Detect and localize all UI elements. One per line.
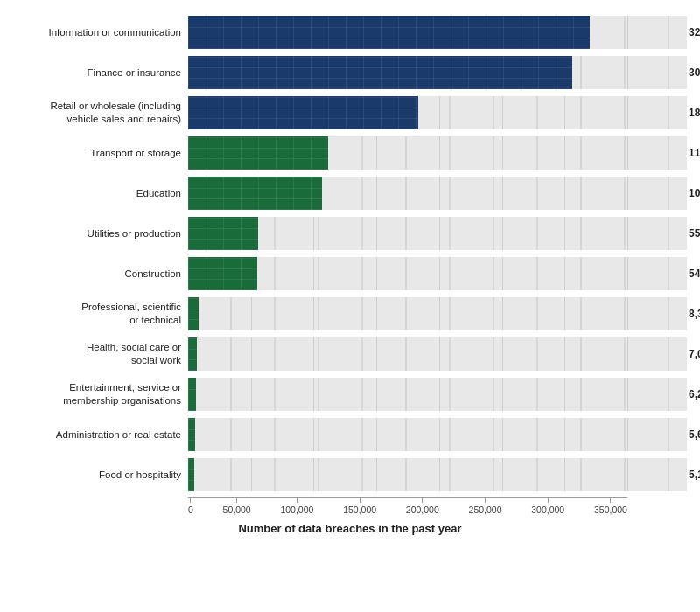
bar-value: 111,654 xyxy=(689,147,700,159)
bar-row: Finance or insurance305,785 xyxy=(13,53,687,92)
bar-fill xyxy=(188,418,195,451)
x-tick-label: 250,000 xyxy=(469,504,502,515)
bar-track-wrapper: 305,785 xyxy=(188,56,687,89)
bar-track-wrapper: 5,176 xyxy=(188,458,687,491)
x-tick-label: 100,000 xyxy=(280,504,313,515)
x-tick-label: 350,000 xyxy=(594,504,627,515)
x-tick-line xyxy=(297,498,298,503)
bar-row: Retail or wholesale (includingvehicle sa… xyxy=(13,94,687,132)
x-tick-line xyxy=(422,498,423,503)
bar-track: 55,862 xyxy=(188,217,687,250)
bar-fill xyxy=(188,378,196,411)
x-tick-line xyxy=(548,498,549,503)
x-tick: 200,000 xyxy=(406,498,439,515)
bar-fill xyxy=(188,177,322,210)
x-tick-line xyxy=(236,498,237,503)
bar-fill xyxy=(188,136,328,170)
bar-fill xyxy=(188,217,258,250)
x-tick-line xyxy=(485,498,486,503)
x-tick-line xyxy=(360,498,360,503)
bar-track-wrapper: 54,847 xyxy=(188,257,687,290)
bar-label: Information or communication xyxy=(13,26,188,39)
x-tick: 50,000 xyxy=(223,498,251,515)
bar-fill xyxy=(188,458,194,491)
x-axis-title: Number of data breaches in the past year xyxy=(13,522,687,535)
bar-value: 8,370 xyxy=(689,308,700,320)
bar-row: Education106,365 xyxy=(13,174,687,212)
bar-row: Health, social care orsocial work7,010 xyxy=(13,335,687,373)
bar-value: 305,785 xyxy=(689,66,700,79)
x-tick: 150,000 xyxy=(343,498,376,515)
x-axis-ticks: 050,000100,000150,000200,000250,000300,0… xyxy=(188,497,627,515)
bar-fill xyxy=(188,297,199,330)
bar-value: 5,176 xyxy=(689,469,700,481)
x-tick: 100,000 xyxy=(280,498,313,515)
bar-label: Health, social care orsocial work xyxy=(13,341,188,367)
bar-track: 111,654 xyxy=(188,136,687,170)
x-tick-label: 150,000 xyxy=(343,504,376,515)
bar-row: Professional, scientificor technical8,37… xyxy=(13,295,687,333)
x-tick: 250,000 xyxy=(469,498,502,515)
bar-label: Utilities or production xyxy=(13,227,188,240)
bar-track: 5,176 xyxy=(188,458,687,491)
bar-label: Administration or real estate xyxy=(13,428,188,442)
x-tick-line xyxy=(610,498,611,503)
bar-value: 6,238 xyxy=(689,388,700,400)
bar-track-wrapper: 320,060 xyxy=(188,16,687,49)
bar-track-wrapper: 111,654 xyxy=(188,136,687,170)
bar-value: 55,862 xyxy=(689,227,700,240)
bar-label: Entertainment, service ormembership orga… xyxy=(13,381,188,407)
bars-area: Information or communication320,060Finan… xyxy=(13,13,687,494)
bar-label: Food or hospitality xyxy=(13,469,188,482)
bar-track: 5,674 xyxy=(188,418,687,451)
bar-track: 320,060 xyxy=(188,16,687,49)
bar-value: 7,010 xyxy=(689,348,700,360)
bar-track-wrapper: 7,010 xyxy=(188,337,687,371)
bar-track: 106,365 xyxy=(188,177,687,210)
bar-fill xyxy=(188,56,572,89)
x-tick-line xyxy=(190,498,191,503)
bar-label: Retail or wholesale (includingvehicle sa… xyxy=(13,100,188,126)
bar-row: Information or communication320,060 xyxy=(13,13,687,52)
bar-fill xyxy=(188,16,590,49)
bar-label: Education xyxy=(13,187,188,200)
bar-value: 106,365 xyxy=(689,187,700,199)
bar-track-wrapper: 55,862 xyxy=(188,217,687,250)
bar-track-wrapper: 6,238 xyxy=(188,378,687,411)
x-tick-label: 300,000 xyxy=(531,504,564,515)
bar-value: 320,060 xyxy=(689,26,700,38)
bar-track-wrapper: 183,500 xyxy=(188,96,687,129)
x-tick-label: 200,000 xyxy=(406,504,439,515)
bar-value: 5,674 xyxy=(689,428,700,441)
bar-track: 8,370 xyxy=(188,297,687,330)
bar-fill xyxy=(188,337,197,371)
x-axis: 050,000100,000150,000200,000250,000300,0… xyxy=(188,497,687,515)
chart-container: Information or communication320,060Finan… xyxy=(4,4,696,608)
x-tick: 300,000 xyxy=(531,498,564,515)
bar-label: Finance or insurance xyxy=(13,66,188,80)
bar-track-wrapper: 5,674 xyxy=(188,418,687,451)
bar-track: 183,500 xyxy=(188,96,687,129)
bar-track: 7,010 xyxy=(188,337,687,371)
bar-track: 6,238 xyxy=(188,378,687,411)
x-tick: 0 xyxy=(188,498,193,515)
bar-value: 183,500 xyxy=(689,107,700,119)
bar-row: Transport or storage111,654 xyxy=(13,134,687,172)
bar-row: Food or hospitality5,176 xyxy=(13,456,687,494)
bar-track: 305,785 xyxy=(188,56,687,89)
bar-row: Administration or real estate5,674 xyxy=(13,415,687,454)
bar-label: Transport or storage xyxy=(13,147,188,160)
x-tick: 350,000 xyxy=(594,498,627,515)
bar-label: Construction xyxy=(13,268,188,281)
x-tick-label: 50,000 xyxy=(223,504,251,515)
bar-track: 54,847 xyxy=(188,257,687,290)
bar-label: Professional, scientificor technical xyxy=(13,301,188,327)
bar-row: Entertainment, service ormembership orga… xyxy=(13,375,687,414)
bar-track-wrapper: 8,370 xyxy=(188,297,687,330)
bar-fill xyxy=(188,96,418,129)
bar-row: Construction54,847 xyxy=(13,254,687,293)
bar-fill xyxy=(188,257,257,290)
bar-track-wrapper: 106,365 xyxy=(188,177,687,210)
bar-value: 54,847 xyxy=(689,268,700,280)
bar-row: Utilities or production55,862 xyxy=(13,214,687,253)
